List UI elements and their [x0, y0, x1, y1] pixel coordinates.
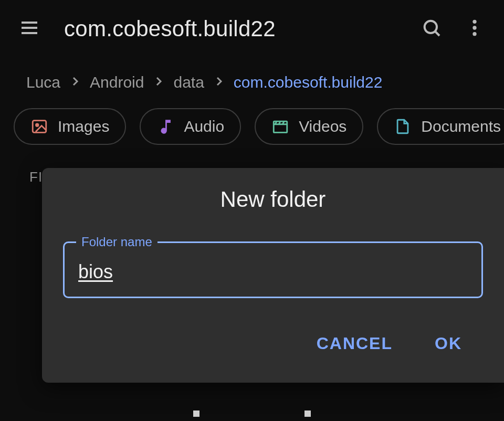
svg-point-7 [472, 32, 476, 36]
svg-point-3 [425, 21, 437, 33]
chip-label: Images [58, 118, 109, 135]
filter-chip-documents[interactable]: Documents [377, 108, 504, 145]
ok-button[interactable]: OK [429, 328, 467, 360]
appbar-title: com.cobesoft.build22 [54, 16, 407, 41]
chip-label: Documents [421, 118, 501, 135]
breadcrumb-item[interactable]: Android [90, 73, 144, 91]
svg-line-4 [435, 31, 439, 36]
document-icon [394, 118, 412, 135]
filter-chip-audio[interactable]: Audio [140, 108, 241, 145]
hamburger-icon [19, 17, 40, 40]
dialog-title: New folder [63, 187, 483, 212]
cancel-button[interactable]: CANCEL [311, 328, 398, 360]
chip-label: Audio [184, 118, 224, 135]
search-icon [421, 17, 442, 40]
overflow-menu-button[interactable] [456, 10, 494, 48]
chevron-right-icon [69, 73, 81, 91]
filter-chip-videos[interactable]: Videos [255, 108, 363, 145]
filter-chip-images[interactable]: Images [14, 108, 126, 145]
breadcrumb-item[interactable]: Luca [26, 73, 60, 91]
nav-handle-icon [193, 411, 200, 417]
svg-point-6 [472, 26, 476, 29]
app-bar: com.cobesoft.build22 [0, 0, 504, 58]
dialog-actions: CANCEL OK [63, 298, 483, 378]
new-folder-dialog: New folder Folder name CANCEL OK [42, 168, 504, 383]
more-vert-icon [464, 17, 485, 40]
svg-point-5 [472, 20, 476, 24]
nav-bar-handles [0, 411, 504, 421]
search-button[interactable] [413, 10, 450, 48]
breadcrumb-item[interactable]: data [173, 73, 204, 91]
field-label: Folder name [76, 235, 158, 249]
folder-name-field[interactable]: Folder name [63, 241, 483, 298]
image-icon [30, 118, 48, 135]
folder-name-input[interactable] [78, 261, 468, 283]
chip-label: Videos [299, 118, 346, 135]
chevron-right-icon [152, 73, 165, 91]
svg-point-9 [36, 124, 38, 127]
svg-rect-8 [33, 121, 46, 133]
nav-handle-icon [304, 411, 311, 417]
breadcrumb: Luca Android data com.cobesoft.build22 [0, 58, 504, 102]
filter-chips-row: Images Audio Videos Documents [0, 102, 504, 145]
music-note-icon [156, 118, 174, 135]
breadcrumb-item-current[interactable]: com.cobesoft.build22 [234, 73, 383, 91]
chevron-right-icon [213, 73, 225, 91]
clapperboard-icon [271, 118, 289, 135]
menu-button[interactable] [10, 10, 48, 48]
